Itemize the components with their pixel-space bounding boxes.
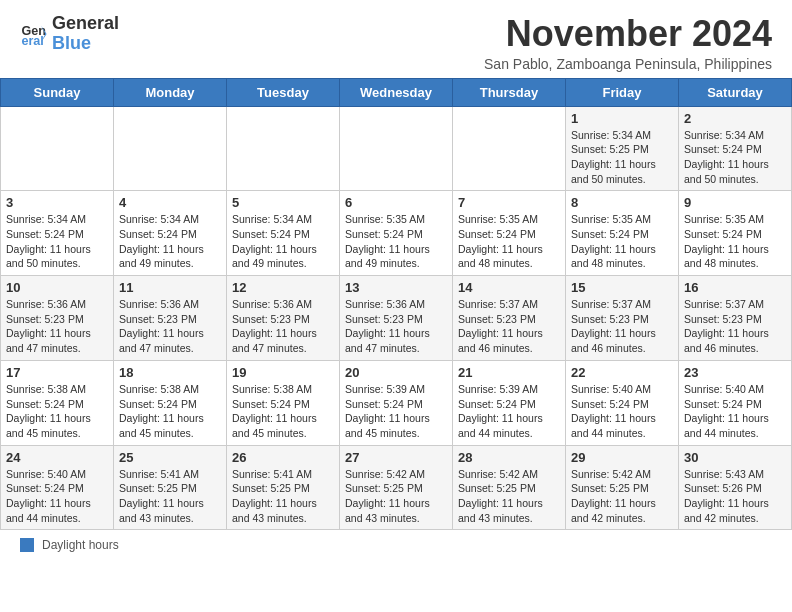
- day-info: Sunrise: 5:41 AM Sunset: 5:25 PM Dayligh…: [119, 467, 221, 526]
- day-number: 16: [684, 280, 786, 295]
- day-number: 13: [345, 280, 447, 295]
- calendar-table: SundayMondayTuesdayWednesdayThursdayFrid…: [0, 78, 792, 531]
- calendar-cell: 1Sunrise: 5:34 AM Sunset: 5:25 PM Daylig…: [566, 106, 679, 191]
- calendar-cell: 6Sunrise: 5:35 AM Sunset: 5:24 PM Daylig…: [340, 191, 453, 276]
- legend-color-box: [20, 538, 34, 552]
- day-number: 18: [119, 365, 221, 380]
- day-number: 4: [119, 195, 221, 210]
- day-info: Sunrise: 5:36 AM Sunset: 5:23 PM Dayligh…: [345, 297, 447, 356]
- day-info: Sunrise: 5:42 AM Sunset: 5:25 PM Dayligh…: [571, 467, 673, 526]
- day-info: Sunrise: 5:40 AM Sunset: 5:24 PM Dayligh…: [6, 467, 108, 526]
- header: Gen eral General Blue November 2024 San …: [0, 0, 792, 78]
- calendar-cell: 30Sunrise: 5:43 AM Sunset: 5:26 PM Dayli…: [679, 445, 792, 530]
- day-number: 28: [458, 450, 560, 465]
- calendar-cell: 27Sunrise: 5:42 AM Sunset: 5:25 PM Dayli…: [340, 445, 453, 530]
- calendar-cell: 12Sunrise: 5:36 AM Sunset: 5:23 PM Dayli…: [227, 276, 340, 361]
- day-info: Sunrise: 5:41 AM Sunset: 5:25 PM Dayligh…: [232, 467, 334, 526]
- calendar-weekday-header: Wednesday: [340, 78, 453, 106]
- day-number: 7: [458, 195, 560, 210]
- logo-icon: Gen eral: [20, 20, 48, 48]
- day-info: Sunrise: 5:38 AM Sunset: 5:24 PM Dayligh…: [232, 382, 334, 441]
- calendar-cell: 13Sunrise: 5:36 AM Sunset: 5:23 PM Dayli…: [340, 276, 453, 361]
- calendar-cell: 7Sunrise: 5:35 AM Sunset: 5:24 PM Daylig…: [453, 191, 566, 276]
- calendar-cell: [114, 106, 227, 191]
- month-title: November 2024: [484, 14, 772, 54]
- calendar-cell: 16Sunrise: 5:37 AM Sunset: 5:23 PM Dayli…: [679, 276, 792, 361]
- calendar-cell: [340, 106, 453, 191]
- calendar-cell: [453, 106, 566, 191]
- calendar-cell: 5Sunrise: 5:34 AM Sunset: 5:24 PM Daylig…: [227, 191, 340, 276]
- calendar-cell: 11Sunrise: 5:36 AM Sunset: 5:23 PM Dayli…: [114, 276, 227, 361]
- day-info: Sunrise: 5:38 AM Sunset: 5:24 PM Dayligh…: [6, 382, 108, 441]
- calendar-cell: 19Sunrise: 5:38 AM Sunset: 5:24 PM Dayli…: [227, 360, 340, 445]
- day-number: 27: [345, 450, 447, 465]
- logo: Gen eral General Blue: [20, 14, 119, 54]
- day-info: Sunrise: 5:35 AM Sunset: 5:24 PM Dayligh…: [571, 212, 673, 271]
- day-info: Sunrise: 5:42 AM Sunset: 5:25 PM Dayligh…: [458, 467, 560, 526]
- day-number: 8: [571, 195, 673, 210]
- day-info: Sunrise: 5:34 AM Sunset: 5:24 PM Dayligh…: [6, 212, 108, 271]
- subtitle: San Pablo, Zamboanga Peninsula, Philippi…: [484, 56, 772, 72]
- day-info: Sunrise: 5:36 AM Sunset: 5:23 PM Dayligh…: [6, 297, 108, 356]
- day-info: Sunrise: 5:37 AM Sunset: 5:23 PM Dayligh…: [458, 297, 560, 356]
- calendar-cell: 4Sunrise: 5:34 AM Sunset: 5:24 PM Daylig…: [114, 191, 227, 276]
- day-number: 15: [571, 280, 673, 295]
- calendar-cell: 25Sunrise: 5:41 AM Sunset: 5:25 PM Dayli…: [114, 445, 227, 530]
- calendar-weekday-header: Saturday: [679, 78, 792, 106]
- calendar-weekday-header: Friday: [566, 78, 679, 106]
- day-number: 24: [6, 450, 108, 465]
- calendar-cell: 18Sunrise: 5:38 AM Sunset: 5:24 PM Dayli…: [114, 360, 227, 445]
- calendar-weekday-header: Sunday: [1, 78, 114, 106]
- day-info: Sunrise: 5:42 AM Sunset: 5:25 PM Dayligh…: [345, 467, 447, 526]
- day-info: Sunrise: 5:38 AM Sunset: 5:24 PM Dayligh…: [119, 382, 221, 441]
- day-number: 29: [571, 450, 673, 465]
- calendar-cell: 8Sunrise: 5:35 AM Sunset: 5:24 PM Daylig…: [566, 191, 679, 276]
- day-number: 11: [119, 280, 221, 295]
- day-info: Sunrise: 5:34 AM Sunset: 5:24 PM Dayligh…: [684, 128, 786, 187]
- calendar-week-row: 24Sunrise: 5:40 AM Sunset: 5:24 PM Dayli…: [1, 445, 792, 530]
- logo-name: General Blue: [52, 14, 119, 54]
- day-number: 2: [684, 111, 786, 126]
- calendar-weekday-header: Monday: [114, 78, 227, 106]
- calendar-weekday-header: Tuesday: [227, 78, 340, 106]
- calendar-cell: 21Sunrise: 5:39 AM Sunset: 5:24 PM Dayli…: [453, 360, 566, 445]
- calendar-week-row: 17Sunrise: 5:38 AM Sunset: 5:24 PM Dayli…: [1, 360, 792, 445]
- day-info: Sunrise: 5:39 AM Sunset: 5:24 PM Dayligh…: [345, 382, 447, 441]
- day-info: Sunrise: 5:35 AM Sunset: 5:24 PM Dayligh…: [458, 212, 560, 271]
- day-info: Sunrise: 5:43 AM Sunset: 5:26 PM Dayligh…: [684, 467, 786, 526]
- day-number: 23: [684, 365, 786, 380]
- day-number: 30: [684, 450, 786, 465]
- day-info: Sunrise: 5:36 AM Sunset: 5:23 PM Dayligh…: [119, 297, 221, 356]
- day-number: 12: [232, 280, 334, 295]
- day-info: Sunrise: 5:39 AM Sunset: 5:24 PM Dayligh…: [458, 382, 560, 441]
- calendar-cell: 9Sunrise: 5:35 AM Sunset: 5:24 PM Daylig…: [679, 191, 792, 276]
- day-number: 19: [232, 365, 334, 380]
- day-number: 6: [345, 195, 447, 210]
- calendar-header-row: SundayMondayTuesdayWednesdayThursdayFrid…: [1, 78, 792, 106]
- day-info: Sunrise: 5:35 AM Sunset: 5:24 PM Dayligh…: [684, 212, 786, 271]
- day-number: 9: [684, 195, 786, 210]
- svg-text:eral: eral: [21, 34, 43, 48]
- calendar-cell: 22Sunrise: 5:40 AM Sunset: 5:24 PM Dayli…: [566, 360, 679, 445]
- calendar-cell: 15Sunrise: 5:37 AM Sunset: 5:23 PM Dayli…: [566, 276, 679, 361]
- calendar-cell: 26Sunrise: 5:41 AM Sunset: 5:25 PM Dayli…: [227, 445, 340, 530]
- day-info: Sunrise: 5:36 AM Sunset: 5:23 PM Dayligh…: [232, 297, 334, 356]
- day-info: Sunrise: 5:34 AM Sunset: 5:24 PM Dayligh…: [119, 212, 221, 271]
- day-number: 25: [119, 450, 221, 465]
- day-number: 1: [571, 111, 673, 126]
- calendar-cell: 28Sunrise: 5:42 AM Sunset: 5:25 PM Dayli…: [453, 445, 566, 530]
- day-number: 21: [458, 365, 560, 380]
- calendar-cell: 24Sunrise: 5:40 AM Sunset: 5:24 PM Dayli…: [1, 445, 114, 530]
- day-number: 17: [6, 365, 108, 380]
- calendar-week-row: 10Sunrise: 5:36 AM Sunset: 5:23 PM Dayli…: [1, 276, 792, 361]
- calendar-cell: 23Sunrise: 5:40 AM Sunset: 5:24 PM Dayli…: [679, 360, 792, 445]
- day-info: Sunrise: 5:37 AM Sunset: 5:23 PM Dayligh…: [684, 297, 786, 356]
- legend-label: Daylight hours: [42, 538, 119, 552]
- day-info: Sunrise: 5:34 AM Sunset: 5:24 PM Dayligh…: [232, 212, 334, 271]
- day-info: Sunrise: 5:40 AM Sunset: 5:24 PM Dayligh…: [684, 382, 786, 441]
- calendar-cell: 17Sunrise: 5:38 AM Sunset: 5:24 PM Dayli…: [1, 360, 114, 445]
- day-number: 3: [6, 195, 108, 210]
- day-number: 14: [458, 280, 560, 295]
- day-number: 26: [232, 450, 334, 465]
- day-info: Sunrise: 5:34 AM Sunset: 5:25 PM Dayligh…: [571, 128, 673, 187]
